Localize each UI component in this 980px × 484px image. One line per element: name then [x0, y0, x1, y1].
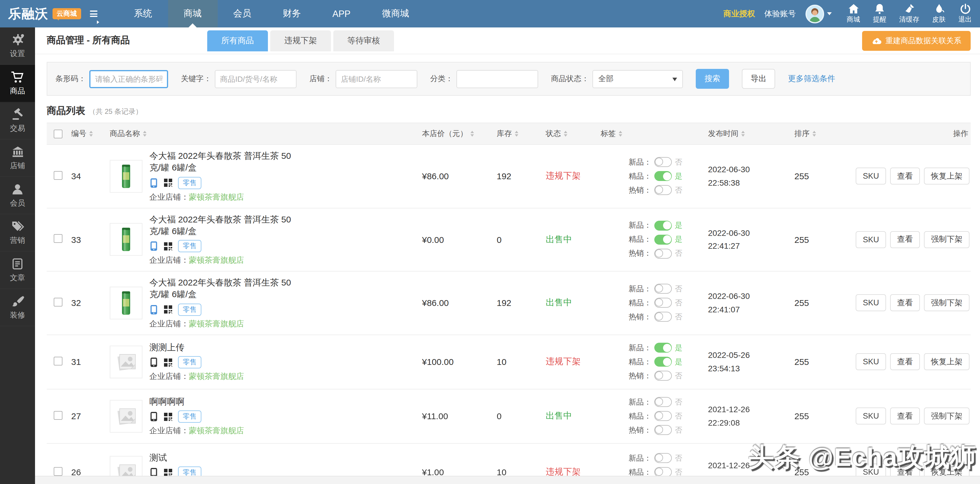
row-checkbox[interactable] [54, 357, 62, 365]
status-select[interactable]: 全部 [592, 70, 683, 88]
sidebar-item-articles[interactable]: 文章 [0, 252, 35, 289]
tag-toggle[interactable] [654, 221, 672, 231]
tag-toggle[interactable] [654, 284, 672, 294]
sidebar-item-members[interactable]: 会员 [0, 177, 35, 214]
tag-toggle[interactable] [654, 312, 672, 322]
tag-label: 精品： [628, 411, 651, 421]
tag-toggle[interactable] [654, 171, 672, 181]
action-button[interactable]: 查看 [890, 231, 920, 248]
rebuild-data-button[interactable]: 重建商品数据关联关系 [862, 31, 970, 51]
action-button[interactable]: 强制下架 [924, 231, 969, 248]
action-button[interactable]: SKU [856, 231, 886, 248]
tag-toggle[interactable] [654, 371, 672, 381]
tag-toggle[interactable] [654, 343, 672, 353]
more-filters-link[interactable]: 更多筛选条件 [788, 73, 835, 84]
tag-toggle[interactable] [654, 397, 672, 407]
tag-toggle[interactable] [654, 249, 672, 259]
sidebar-item-trade[interactable]: 交易 [0, 102, 35, 140]
nav-item-member[interactable]: 会员 [218, 0, 267, 27]
row-checkbox[interactable] [54, 467, 62, 476]
nav-item-wemall[interactable]: 微商城 [366, 0, 425, 27]
tag-label: 新品： [628, 453, 651, 463]
col-status[interactable]: 状态 [546, 129, 601, 139]
gavel-icon [11, 108, 24, 121]
row-checkbox[interactable] [54, 234, 62, 243]
sidebar-item-marketing[interactable]: 营销 [0, 214, 35, 252]
row-checkbox[interactable] [54, 411, 62, 419]
clear-cache-button[interactable]: 清缓存 [899, 3, 919, 24]
collapse-menu-icon[interactable] [90, 11, 97, 17]
tag-label: 新品： [628, 220, 651, 231]
store-link[interactable]: 蒙顿茶膏旗舰店 [189, 426, 244, 435]
tag-toggle[interactable] [654, 235, 672, 245]
action-button[interactable]: 恢复上架 [924, 168, 969, 185]
tag-toggle-row: 热销：否 [628, 425, 708, 435]
action-button[interactable]: 恢复上架 [924, 353, 969, 370]
col-sort[interactable]: 排序 [794, 129, 850, 139]
col-price[interactable]: 本店价（元） [422, 129, 497, 139]
action-button[interactable]: 强制下架 [924, 408, 969, 424]
select-all-checkbox[interactable] [54, 129, 62, 138]
col-id[interactable]: 编号 [71, 129, 110, 139]
action-button[interactable]: SKU [856, 295, 886, 312]
tab-pending-review[interactable]: 等待审核 [333, 30, 394, 51]
store-link[interactable]: 蒙顿茶膏旗舰店 [189, 372, 244, 381]
skin-button[interactable]: 皮肤 [932, 3, 945, 24]
col-tags[interactable]: 标签 [601, 129, 708, 139]
nav-item-system[interactable]: 系统 [118, 0, 168, 27]
tag-toggle[interactable] [654, 185, 672, 195]
action-button[interactable]: 查看 [890, 353, 920, 370]
product-name[interactable]: 今大福 2022年头春散茶 普洱生茶 50克/罐 6罐/盒 [150, 213, 295, 237]
chevron-down-icon [827, 12, 832, 18]
notifications-button[interactable]: 提醒 [873, 3, 886, 24]
tag-toggle[interactable] [654, 298, 672, 308]
mall-home-button[interactable]: 商城 [846, 3, 860, 24]
product-name[interactable]: 测试 [150, 452, 295, 464]
product-name[interactable]: 今大福 2022年头春散茶 普洱生茶 50克/罐 6罐/盒 [150, 150, 295, 174]
product-tags: 新品：否精品：否热销：否 [601, 278, 708, 328]
row-checkbox[interactable] [54, 298, 62, 307]
action-button[interactable]: 查看 [890, 408, 920, 424]
product-name[interactable]: 啊啊啊啊 [150, 396, 295, 408]
col-publish-time[interactable]: 发布时间 [708, 129, 794, 139]
tab-all-products[interactable]: 所有商品 [207, 30, 268, 51]
shop-input[interactable] [336, 70, 417, 88]
sidebar-item-decorate[interactable]: 装修 [0, 289, 35, 326]
tag-toggle[interactable] [654, 158, 672, 167]
store-link[interactable]: 蒙顿茶膏旗舰店 [189, 193, 244, 201]
tab-violation-removed[interactable]: 违规下架 [270, 30, 331, 51]
col-name[interactable]: 商品名称 [110, 129, 422, 139]
row-checkbox[interactable] [54, 171, 62, 180]
tag-toggle[interactable] [654, 467, 672, 477]
store-link[interactable]: 蒙顿茶膏旗舰店 [189, 256, 244, 264]
export-button[interactable]: 导出 [742, 69, 775, 89]
action-button[interactable]: 强制下架 [924, 295, 969, 312]
search-button[interactable]: 搜索 [696, 69, 729, 89]
product-name[interactable]: 测测上传 [150, 342, 295, 353]
sidebar-item-products[interactable]: 商品 [0, 65, 35, 102]
sidebar-item-shops[interactable]: 店铺 [0, 140, 35, 177]
tag-toggle[interactable] [654, 453, 672, 463]
business-auth-link[interactable]: 商业授权 [724, 8, 755, 19]
nav-item-app[interactable]: APP [317, 0, 366, 27]
category-field: 分类： [430, 70, 538, 88]
action-button[interactable]: SKU [856, 168, 886, 185]
account-menu[interactable] [805, 5, 832, 23]
product-name[interactable]: 今大福 2022年头春散茶 普洱生茶 50克/罐 6罐/盒 [150, 277, 295, 300]
logout-button[interactable]: 退出 [958, 3, 972, 24]
category-input[interactable] [457, 70, 538, 88]
nav-item-mall[interactable]: 商城 [168, 0, 218, 27]
action-button[interactable]: SKU [856, 353, 886, 370]
tag-toggle[interactable] [654, 357, 672, 367]
store-link[interactable]: 蒙顿茶膏旗舰店 [189, 319, 244, 328]
action-button[interactable]: 查看 [890, 295, 920, 312]
sidebar-item-settings[interactable]: 设置 [0, 27, 35, 65]
barcode-input[interactable] [89, 70, 168, 88]
action-button[interactable]: 查看 [890, 168, 920, 185]
nav-item-finance[interactable]: 财务 [267, 0, 317, 27]
action-button[interactable]: SKU [856, 408, 886, 424]
tag-toggle[interactable] [654, 425, 672, 435]
tag-toggle[interactable] [654, 411, 672, 421]
keyword-input[interactable] [215, 70, 296, 88]
col-stock[interactable]: 库存 [497, 129, 546, 139]
